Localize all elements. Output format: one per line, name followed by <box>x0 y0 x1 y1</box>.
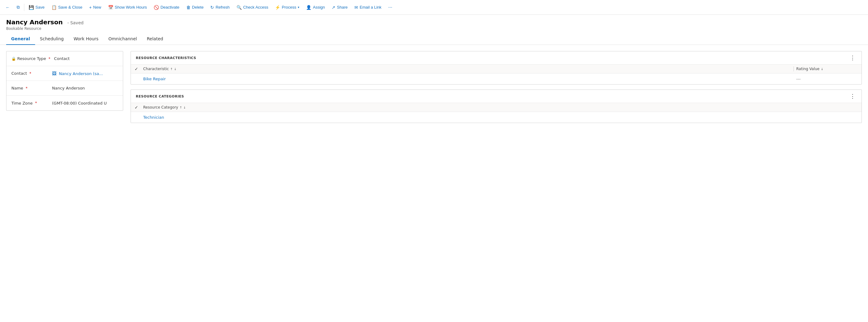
char-check-col: ✓ <box>134 66 143 71</box>
assign-label: Assign <box>313 5 325 9</box>
toolbar: ← ⧉ 💾 Save 📋 Save & Close + New 📅 Show W… <box>0 0 868 15</box>
timezone-value[interactable]: (GMT-08:00) Coordinated U <box>48 101 118 106</box>
characteristic-value[interactable]: Bike Repair <box>143 77 796 81</box>
category-row: Technician <box>131 112 862 123</box>
share-icon: ↗ <box>332 5 335 10</box>
characteristic-col-label: Characteristic <box>143 67 169 71</box>
refresh-label: Refresh <box>216 5 230 9</box>
window-button[interactable]: ⧉ <box>13 3 23 12</box>
show-work-hours-button[interactable]: 📅 Show Work Hours <box>105 3 150 12</box>
calendar-icon: 📅 <box>108 5 113 10</box>
contact-record-icon: 🖼 <box>52 71 56 76</box>
char-sort-up-icon[interactable]: ↑ <box>170 67 173 71</box>
rating-sort-icon[interactable]: ↓ <box>820 67 823 71</box>
field-contact: Contact * 🖼 Nancy Anderson (sa... <box>6 66 123 81</box>
check-access-icon: 🔍 <box>237 5 242 10</box>
cat-check-col: ✓ <box>134 105 143 110</box>
delete-button[interactable]: 🗑 Delete <box>183 3 207 12</box>
back-icon: ← <box>5 5 10 10</box>
save-button[interactable]: 💾 Save <box>26 3 48 12</box>
process-icon: ⚡ <box>275 5 280 10</box>
back-button[interactable]: ← <box>2 3 13 12</box>
save-close-icon: 📋 <box>52 5 57 10</box>
tab-work-hours[interactable]: Work Hours <box>69 33 103 45</box>
col-sep <box>794 66 794 71</box>
categories-header: RESOURCE CATEGORIES ⋮ <box>131 90 862 103</box>
characteristics-grid-header: ✓ Characteristic ↑ ↓ Rating Value ↓ <box>131 65 862 73</box>
required-star-contact: * <box>30 71 31 76</box>
record-header: Nancy Anderson - Saved Bookable Resource <box>0 15 868 31</box>
save-icon: 💾 <box>29 5 34 10</box>
deactivate-label: Deactivate <box>160 5 179 9</box>
share-button[interactable]: ↗ Share <box>329 3 351 12</box>
new-icon: + <box>89 5 91 10</box>
record-title-row: Nancy Anderson - Saved <box>6 19 862 26</box>
resource-categories-section: RESOURCE CATEGORIES ⋮ ✓ Resource Categor… <box>130 90 862 123</box>
content-area: 🔒 Resource Type * Contact Contact * 🖼 Na… <box>0 45 868 134</box>
saved-label: - Saved <box>67 20 84 25</box>
more-icon: ⋯ <box>388 5 392 9</box>
contact-value[interactable]: 🖼 Nancy Anderson (sa... <box>48 71 118 76</box>
resource-type-value[interactable]: Contact <box>51 56 118 61</box>
categories-title: RESOURCE CATEGORIES <box>136 95 184 98</box>
save-close-label: Save & Close <box>58 5 83 9</box>
rating-col-label: Rating Value <box>796 67 819 71</box>
tab-general[interactable]: General <box>6 33 35 45</box>
new-button[interactable]: + New <box>86 3 104 12</box>
more-button[interactable]: ⋯ <box>385 3 395 11</box>
form-card: 🔒 Resource Type * Contact Contact * 🖼 Na… <box>6 51 123 111</box>
required-star-tz: * <box>35 101 37 105</box>
email-link-button[interactable]: ✉ Email a Link <box>351 3 384 12</box>
check-access-label: Check Access <box>243 5 269 9</box>
refresh-button[interactable]: ↻ Refresh <box>207 3 233 12</box>
resource-category-col-header[interactable]: Resource Category ↑ ↓ <box>143 105 858 109</box>
categories-more-button[interactable]: ⋮ <box>848 94 857 99</box>
tab-omnichannel[interactable]: Omnichannel <box>103 33 142 45</box>
check-access-button[interactable]: 🔍 Check Access <box>234 3 272 12</box>
characteristics-more-button[interactable]: ⋮ <box>848 55 857 61</box>
right-panel: RESOURCE CHARACTERISTICS ⋮ ✓ Characteris… <box>130 51 862 128</box>
char-sort-down-icon[interactable]: ↓ <box>174 67 177 71</box>
new-label: New <box>93 5 101 9</box>
timezone-label: Time Zone * <box>11 101 48 106</box>
resource-characteristics-section: RESOURCE CHARACTERISTICS ⋮ ✓ Characteris… <box>130 51 862 84</box>
tab-scheduling[interactable]: Scheduling <box>35 33 69 45</box>
delete-label: Delete <box>192 5 204 9</box>
lock-icon: 🔒 <box>11 57 16 61</box>
resource-category-col-label: Resource Category <box>143 105 178 109</box>
record-name: Nancy Anderson <box>6 19 63 26</box>
assign-button[interactable]: 👤 Assign <box>303 3 328 12</box>
char-check-icon[interactable]: ✓ <box>134 66 138 71</box>
cat-sort-down-icon[interactable]: ↓ <box>183 106 186 109</box>
show-work-hours-label: Show Work Hours <box>115 5 147 9</box>
field-resource-type: 🔒 Resource Type * Contact <box>6 51 123 66</box>
category-value[interactable]: Technician <box>143 115 858 120</box>
save-close-button[interactable]: 📋 Save & Close <box>48 3 86 12</box>
field-name: Name * Nancy Anderson <box>6 81 123 96</box>
field-timezone: Time Zone * (GMT-08:00) Coordinated U <box>6 96 123 110</box>
window-icon: ⧉ <box>17 5 20 10</box>
chevron-down-icon: ▾ <box>298 5 299 9</box>
name-label: Name * <box>11 86 48 91</box>
deactivate-button[interactable]: 🚫 Deactivate <box>151 3 182 12</box>
cat-check-icon[interactable]: ✓ <box>134 105 138 110</box>
sep1 <box>24 4 24 11</box>
categories-grid-header: ✓ Resource Category ↑ ↓ <box>131 103 862 112</box>
characteristics-title: RESOURCE CHARACTERISTICS <box>136 56 196 60</box>
resource-type-label: 🔒 Resource Type * <box>11 56 51 61</box>
characteristic-col-header[interactable]: Characteristic ↑ ↓ <box>143 67 791 71</box>
record-subtitle: Bookable Resource <box>6 27 862 31</box>
email-icon: ✉ <box>354 5 358 10</box>
characteristic-row: Bike Repair --- <box>131 73 862 84</box>
name-value[interactable]: Nancy Anderson <box>48 86 118 91</box>
contact-label: Contact * <box>11 71 48 76</box>
delete-icon: 🗑 <box>186 5 191 10</box>
process-button[interactable]: ⚡ Process ▾ <box>272 3 302 12</box>
characteristics-header: RESOURCE CHARACTERISTICS ⋮ <box>131 51 862 65</box>
required-star-name: * <box>26 86 27 91</box>
rating-col-header[interactable]: Rating Value ↓ <box>796 67 858 71</box>
cat-sort-up-icon[interactable]: ↑ <box>180 106 182 109</box>
email-link-label: Email a Link <box>360 5 381 9</box>
tab-related[interactable]: Related <box>142 33 168 45</box>
tab-bar: General Scheduling Work Hours Omnichanne… <box>0 33 868 45</box>
